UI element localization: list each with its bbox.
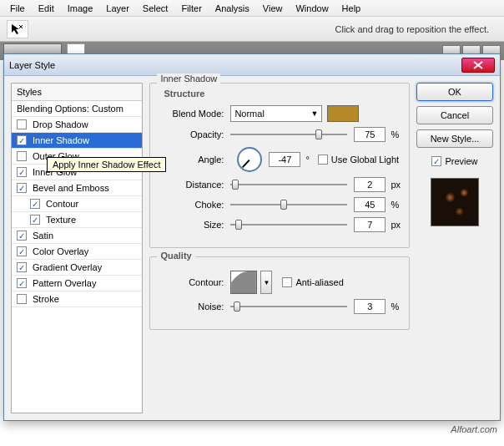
- new-style-button[interactable]: New Style...: [416, 129, 493, 148]
- chevron-down-icon: ▼: [310, 109, 318, 118]
- effect-label: Bevel and Emboss: [33, 183, 109, 193]
- angle-label: Angle:: [159, 155, 224, 165]
- opacity-slider[interactable]: [230, 127, 347, 142]
- menu-window[interactable]: Window: [289, 2, 335, 15]
- effect-row-bevel-and-emboss[interactable]: ✓Bevel and Emboss: [12, 180, 142, 196]
- effect-label: Texture: [46, 215, 76, 225]
- effect-row-color-overlay[interactable]: ✓Color Overlay: [12, 244, 142, 260]
- effect-row-stroke[interactable]: Stroke: [12, 291, 142, 307]
- preview-thumbnail: [431, 178, 479, 226]
- quality-legend: Quality: [157, 251, 194, 261]
- effect-row-contour[interactable]: ✓Contour: [12, 196, 142, 212]
- options-bar: Click and drag to reposition the effect.: [0, 17, 504, 42]
- effect-row-drop-shadow[interactable]: Drop Shadow: [12, 117, 142, 133]
- effect-checkbox[interactable]: ✓: [17, 246, 27, 256]
- effect-checkbox[interactable]: ✓: [17, 278, 27, 288]
- watermark: Alfoart.com: [451, 424, 497, 434]
- effect-label: Contour: [46, 199, 78, 209]
- menu-bar: File Edit Image Layer Select Filter Anal…: [0, 0, 504, 17]
- size-label: Size:: [159, 220, 224, 230]
- distance-slider[interactable]: [230, 177, 347, 192]
- effect-row-inner-shadow[interactable]: ✓Inner Shadow: [12, 133, 142, 149]
- noise-slider[interactable]: [230, 299, 347, 314]
- choke-unit: %: [391, 200, 399, 210]
- styles-list: Styles Blending Options: Custom Drop Sha…: [11, 83, 143, 413]
- move-tool-icon[interactable]: [7, 20, 28, 38]
- menu-select[interactable]: Select: [136, 2, 175, 15]
- opacity-unit: %: [391, 129, 399, 139]
- effect-label: Gradient Overlay: [33, 262, 102, 272]
- angle-dial[interactable]: [237, 147, 262, 172]
- choke-slider[interactable]: [230, 197, 347, 212]
- distance-label: Distance:: [159, 180, 224, 190]
- anti-aliased-checkbox[interactable]: [282, 277, 292, 287]
- blend-mode-value: Normal: [234, 109, 264, 119]
- menu-filter[interactable]: Filter: [174, 2, 208, 15]
- effect-checkbox[interactable]: [17, 294, 27, 304]
- effect-checkbox[interactable]: ✓: [17, 262, 27, 272]
- effect-checkbox[interactable]: ✓: [17, 231, 27, 241]
- menu-file[interactable]: File: [3, 2, 32, 15]
- menu-edit[interactable]: Edit: [32, 2, 61, 15]
- cancel-button[interactable]: Cancel: [416, 106, 493, 124]
- menu-help[interactable]: Help: [335, 2, 368, 15]
- effect-checkbox[interactable]: ✓: [17, 135, 27, 145]
- contour-dropdown-arrow[interactable]: ▼: [260, 271, 272, 294]
- effect-checkbox[interactable]: ✓: [30, 215, 40, 225]
- effect-label: Satin: [33, 231, 53, 241]
- options-hint: Click and drag to reposition the effect.: [335, 24, 497, 34]
- blend-mode-label: Blend Mode:: [159, 109, 224, 119]
- blend-mode-select[interactable]: Normal ▼: [230, 105, 322, 122]
- layer-style-dialog: Layer Style Styles Blending Options: Cus…: [3, 53, 501, 421]
- dialog-titlebar[interactable]: Layer Style: [4, 54, 500, 76]
- distance-input[interactable]: 2: [354, 177, 386, 192]
- choke-label: Choke:: [159, 200, 224, 210]
- effect-label: Drop Shadow: [33, 119, 88, 129]
- dialog-close-button[interactable]: [461, 58, 495, 73]
- preview-label: Preview: [445, 156, 477, 166]
- dialog-buttons: OK Cancel New Style... ✓ Preview: [416, 83, 493, 413]
- effect-checkbox[interactable]: [17, 119, 27, 129]
- use-global-light-checkbox[interactable]: [318, 155, 328, 165]
- styles-header[interactable]: Styles: [12, 84, 142, 101]
- menu-analysis[interactable]: Analysis: [209, 2, 256, 15]
- effect-label: Pattern Overlay: [33, 278, 96, 288]
- effect-row-gradient-overlay[interactable]: ✓Gradient Overlay: [12, 260, 142, 276]
- menu-image[interactable]: Image: [61, 2, 100, 15]
- ok-button[interactable]: OK: [416, 83, 493, 101]
- color-swatch[interactable]: [327, 105, 359, 122]
- angle-input[interactable]: -47: [269, 152, 300, 167]
- opacity-label: Opacity:: [159, 129, 224, 139]
- dialog-title: Layer Style: [9, 60, 55, 70]
- effect-row-satin[interactable]: ✓Satin: [12, 228, 142, 244]
- use-global-light-label: Use Global Light: [331, 155, 399, 165]
- size-input[interactable]: 7: [354, 217, 386, 232]
- effect-label: Inner Shadow: [33, 135, 89, 145]
- menu-layer[interactable]: Layer: [99, 2, 136, 15]
- size-slider[interactable]: [230, 217, 347, 232]
- blending-options-row[interactable]: Blending Options: Custom: [12, 101, 142, 117]
- tooltip: Apply Inner Shadow Effect: [47, 157, 166, 172]
- size-unit: px: [391, 220, 401, 230]
- structure-legend: Structure: [164, 89, 401, 99]
- effect-row-texture[interactable]: ✓Texture: [12, 212, 142, 228]
- effect-checkbox[interactable]: ✓: [17, 183, 27, 193]
- menu-view[interactable]: View: [256, 2, 290, 15]
- opacity-input[interactable]: 75: [354, 127, 386, 142]
- effect-label: Stroke: [33, 294, 59, 304]
- settings-panel: Inner Shadow Structure Blend Mode: Norma…: [149, 83, 410, 413]
- angle-unit: °: [305, 155, 309, 165]
- effect-checkbox[interactable]: [17, 151, 27, 161]
- effect-row-pattern-overlay[interactable]: ✓Pattern Overlay: [12, 276, 142, 291]
- effect-label: Color Overlay: [33, 246, 88, 256]
- section-title: Inner Shadow: [157, 73, 220, 84]
- effect-checkbox[interactable]: ✓: [17, 167, 27, 177]
- distance-unit: px: [391, 180, 401, 190]
- effect-checkbox[interactable]: ✓: [30, 199, 40, 209]
- noise-input[interactable]: 3: [354, 299, 386, 314]
- preview-checkbox[interactable]: ✓: [431, 156, 441, 166]
- choke-input[interactable]: 45: [354, 197, 386, 212]
- contour-picker[interactable]: [230, 271, 257, 294]
- noise-label: Noise:: [159, 302, 224, 312]
- anti-aliased-label: Anti-aliased: [295, 277, 343, 287]
